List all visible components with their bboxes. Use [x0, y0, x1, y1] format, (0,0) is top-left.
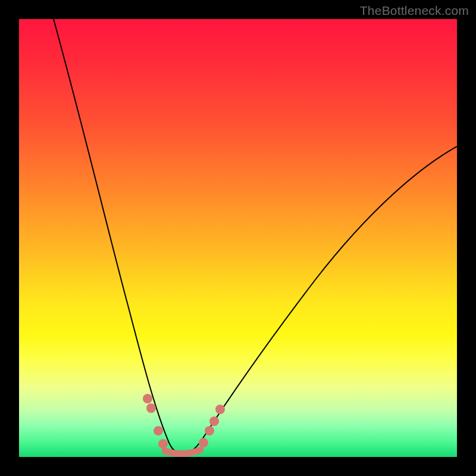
- marker-dot: [143, 394, 152, 403]
- chart-svg: [19, 19, 457, 457]
- marker-dot: [199, 438, 208, 447]
- marker-dot: [215, 405, 225, 414]
- watermark-text: TheBottleneck.com: [360, 4, 469, 18]
- curve-left-branch: [54, 19, 183, 454]
- marker-dot: [154, 426, 163, 436]
- marker-dot: [205, 426, 214, 436]
- trough-marker-line: [165, 450, 201, 454]
- marker-dot: [209, 416, 219, 426]
- chart-frame: TheBottleneck.com: [0, 0, 476, 476]
- plot-area: [19, 19, 457, 457]
- marker-dot: [158, 439, 168, 449]
- marker-dot: [146, 403, 156, 413]
